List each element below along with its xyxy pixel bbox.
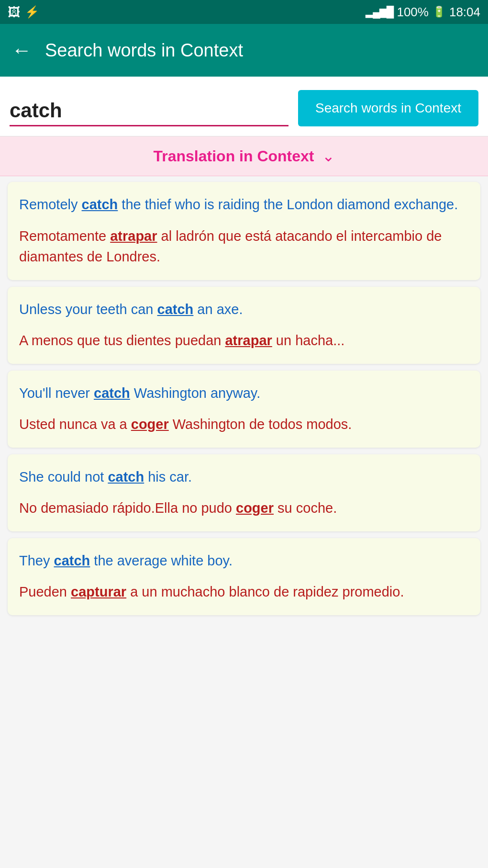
es-sentence: A menos que tus dientes puedan atrapar u… [19, 330, 469, 351]
image-icon: 🖼 [8, 5, 20, 20]
search-area: Search words in Context [0, 77, 488, 136]
en-keyword: catch [54, 553, 90, 568]
es-keyword: coger [131, 417, 169, 432]
en-sentence: Unless your teeth can catch an axe. [19, 299, 469, 320]
app-title: Search words in Context [45, 40, 243, 61]
status-left: 🖼 ⚡ [8, 5, 39, 20]
result-card: They catch the average white boy.Pueden … [8, 538, 480, 615]
translation-banner[interactable]: Translation in Context ⌄ [0, 136, 488, 176]
results-list: Remotely catch the thief who is raiding … [0, 176, 488, 621]
es-sentence: Usted nunca va a coger Washington de tod… [19, 414, 469, 435]
signal-icon: ▂▄▆█ [366, 6, 393, 18]
battery-percent: 100% [397, 5, 429, 20]
chevron-down-icon: ⌄ [322, 147, 335, 165]
es-keyword: coger [236, 500, 274, 516]
es-keyword: capturar [71, 584, 126, 599]
search-input[interactable] [10, 99, 288, 126]
search-button[interactable]: Search words in Context [298, 90, 478, 126]
battery-icon: 🔋 [433, 6, 445, 18]
es-sentence: No demasiado rápido.Ella no pudo coger s… [19, 498, 469, 519]
en-keyword: catch [157, 302, 194, 317]
bolt-icon: ⚡ [25, 5, 39, 19]
es-sentence: Pueden capturar a un muchacho blanco de … [19, 582, 469, 603]
en-sentence: They catch the average white boy. [19, 551, 469, 572]
result-card: Remotely catch the thief who is raiding … [8, 182, 480, 280]
en-keyword: catch [108, 469, 144, 485]
en-sentence: She could not catch his car. [19, 467, 469, 488]
time-display: 18:04 [449, 5, 480, 20]
back-button[interactable]: ← [11, 39, 32, 62]
en-sentence: You'll never catch Washington anyway. [19, 383, 469, 404]
translation-label: Translation in Context [153, 147, 314, 165]
search-input-wrap [10, 99, 288, 126]
result-card: Unless your teeth can catch an axe.A men… [8, 287, 480, 364]
es-keyword: atrapar [110, 228, 157, 244]
es-sentence: Remotamente atrapar al ladrón que está a… [19, 226, 469, 268]
status-bar: 🖼 ⚡ ▂▄▆█ 100% 🔋 18:04 [0, 0, 488, 24]
en-sentence: Remotely catch the thief who is raiding … [19, 194, 469, 215]
status-right: ▂▄▆█ 100% 🔋 18:04 [366, 5, 480, 20]
es-keyword: atrapar [225, 333, 272, 348]
en-keyword: catch [94, 385, 130, 401]
result-card: You'll never catch Washington anyway.Ust… [8, 371, 480, 448]
app-bar: ← Search words in Context [0, 24, 488, 77]
result-card: She could not catch his car.No demasiado… [8, 454, 480, 531]
en-keyword: catch [82, 197, 118, 212]
